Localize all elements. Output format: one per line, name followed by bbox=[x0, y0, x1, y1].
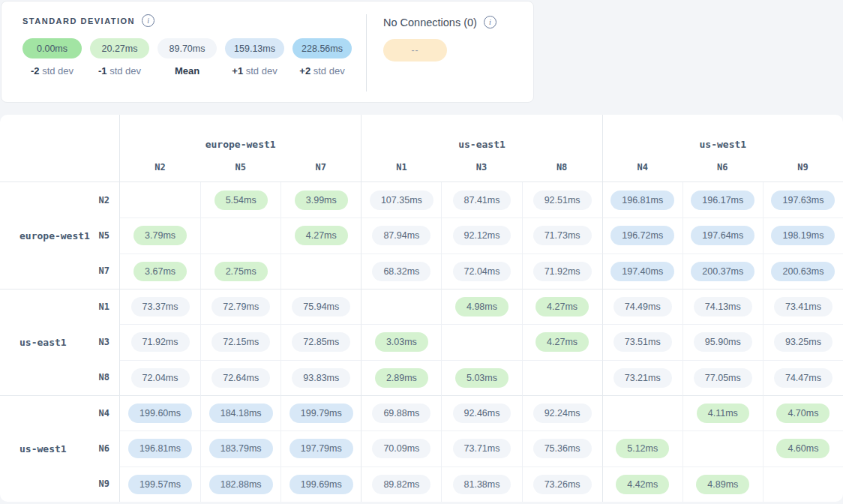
latency-pill[interactable]: 71.73ms bbox=[533, 226, 592, 245]
info-icon[interactable]: i bbox=[484, 16, 496, 28]
no-connections-pill: -- bbox=[383, 39, 447, 62]
latency-pill[interactable]: 196.17ms bbox=[691, 190, 754, 210]
latency-cell: 68.32ms bbox=[361, 254, 441, 289]
latency-pill[interactable]: 3.03ms bbox=[375, 332, 428, 352]
row-label-cell: N8 bbox=[0, 360, 120, 395]
latency-pill[interactable]: 73.71ms bbox=[453, 439, 512, 458]
latency-pill[interactable]: 73.21ms bbox=[614, 368, 672, 388]
latency-pill[interactable]: 68.32ms bbox=[372, 262, 430, 281]
no-connections-title: No Connections (0) bbox=[383, 16, 477, 28]
latency-pill[interactable]: 196.81ms bbox=[128, 439, 192, 458]
latency-pill[interactable]: 87.41ms bbox=[453, 190, 512, 210]
latency-pill[interactable]: 73.41ms bbox=[774, 297, 832, 316]
row-label-cell: N1 bbox=[0, 289, 120, 324]
latency-pill[interactable]: 71.92ms bbox=[533, 262, 592, 281]
latency-pill[interactable]: 74.47ms bbox=[774, 368, 832, 388]
latency-pill[interactable]: 196.72ms bbox=[610, 226, 674, 245]
latency-pill[interactable]: 95.90ms bbox=[694, 332, 752, 352]
latency-cell: 197.63ms bbox=[763, 182, 843, 218]
latency-pill[interactable]: 72.85ms bbox=[292, 332, 350, 352]
latency-pill[interactable]: 4.27ms bbox=[536, 297, 589, 316]
latency-pill[interactable]: 70.09ms bbox=[372, 439, 430, 458]
latency-pill[interactable]: 72.64ms bbox=[212, 368, 270, 388]
latency-cell-empty bbox=[441, 324, 521, 359]
latency-pill[interactable]: 75.94ms bbox=[292, 297, 350, 316]
latency-pill[interactable]: 197.63ms bbox=[771, 190, 835, 210]
latency-pill[interactable]: 200.37ms bbox=[691, 262, 754, 281]
latency-pill[interactable]: 4.27ms bbox=[536, 332, 589, 352]
latency-pill[interactable]: 199.57ms bbox=[128, 475, 192, 494]
latency-cell: 69.88ms bbox=[361, 395, 441, 430]
latency-pill[interactable]: 107.35ms bbox=[370, 190, 434, 210]
latency-pill[interactable]: 92.24ms bbox=[533, 404, 592, 423]
latency-pill[interactable]: 5.12ms bbox=[616, 439, 669, 458]
latency-pill[interactable]: 92.12ms bbox=[453, 226, 512, 245]
row-node-label: N6 bbox=[99, 443, 110, 454]
latency-pill[interactable]: 89.82ms bbox=[372, 475, 430, 494]
latency-pill[interactable]: 2.89ms bbox=[375, 368, 428, 388]
latency-pill[interactable]: 5.03ms bbox=[455, 368, 508, 388]
latency-pill[interactable]: 93.83ms bbox=[292, 368, 350, 388]
latency-pill[interactable]: 92.51ms bbox=[533, 190, 592, 210]
matrix-corner bbox=[0, 115, 120, 182]
latency-pill[interactable]: 4.89ms bbox=[696, 475, 749, 494]
latency-pill[interactable]: 74.13ms bbox=[694, 297, 752, 316]
latency-pill[interactable]: 71.92ms bbox=[131, 332, 190, 352]
latency-pill[interactable]: 3.79ms bbox=[134, 226, 187, 245]
legend-label: -1 std dev bbox=[90, 65, 149, 76]
latency-pill[interactable]: 74.49ms bbox=[614, 297, 672, 316]
latency-cell: 70.09ms bbox=[361, 430, 441, 466]
latency-pill[interactable]: 75.36ms bbox=[533, 439, 592, 458]
latency-pill[interactable]: 77.05ms bbox=[694, 368, 752, 388]
row-node-label: N3 bbox=[99, 337, 110, 347]
latency-cell: 74.13ms bbox=[682, 289, 763, 324]
latency-pill[interactable]: 4.27ms bbox=[295, 226, 348, 245]
latency-pill[interactable]: 2.75ms bbox=[214, 262, 268, 281]
latency-pill[interactable]: 3.99ms bbox=[295, 190, 348, 210]
latency-pill[interactable]: 5.54ms bbox=[214, 190, 268, 210]
latency-pill[interactable]: 73.37ms bbox=[131, 297, 190, 316]
latency-pill[interactable]: 4.70ms bbox=[776, 404, 830, 423]
latency-pill[interactable]: 72.79ms bbox=[212, 297, 270, 316]
latency-pill[interactable]: 4.42ms bbox=[616, 475, 669, 494]
legend-label: Mean bbox=[158, 65, 217, 76]
info-icon[interactable]: i bbox=[142, 14, 154, 27]
latency-cell: 72.04ms bbox=[120, 360, 200, 395]
latency-cell: 74.47ms bbox=[763, 360, 843, 395]
latency-pill[interactable]: 81.38ms bbox=[453, 475, 512, 494]
latency-cell: 73.71ms bbox=[441, 430, 521, 466]
latency-pill[interactable]: 87.94ms bbox=[372, 226, 430, 245]
latency-pill[interactable]: 4.60ms bbox=[776, 439, 830, 458]
latency-pill[interactable]: 199.60ms bbox=[128, 404, 192, 423]
latency-pill[interactable]: 198.19ms bbox=[771, 226, 835, 245]
latency-pill[interactable]: 183.79ms bbox=[209, 439, 273, 458]
latency-cell: 199.69ms bbox=[280, 466, 361, 502]
latency-cell: 73.21ms bbox=[602, 360, 682, 395]
latency-pill[interactable]: 3.67ms bbox=[134, 262, 187, 281]
latency-pill[interactable]: 73.26ms bbox=[533, 475, 592, 494]
latency-pill[interactable]: 199.69ms bbox=[290, 475, 353, 494]
legend-label: +2 std dev bbox=[292, 65, 352, 76]
latency-pill[interactable]: 196.81ms bbox=[610, 190, 674, 210]
column-node-label: N7 bbox=[280, 152, 361, 182]
latency-pill[interactable]: 184.18ms bbox=[209, 404, 273, 423]
latency-pill[interactable]: 73.51ms bbox=[614, 332, 672, 352]
latency-pill[interactable]: 69.88ms bbox=[372, 404, 430, 423]
latency-pill[interactable]: 4.98ms bbox=[455, 297, 508, 316]
latency-pill[interactable]: 199.79ms bbox=[290, 404, 353, 423]
latency-pill[interactable]: 197.40ms bbox=[610, 262, 674, 281]
latency-pill[interactable]: 93.25ms bbox=[774, 332, 832, 352]
latency-pill[interactable]: 182.88ms bbox=[209, 475, 273, 494]
latency-pill[interactable]: 197.64ms bbox=[691, 226, 754, 245]
latency-cell: 5.12ms bbox=[602, 430, 682, 466]
latency-pill[interactable]: 4.11ms bbox=[697, 404, 749, 423]
latency-pill[interactable]: 92.46ms bbox=[453, 404, 512, 423]
std-dev-title: STANDARD DEVIATION bbox=[22, 16, 135, 26]
latency-pill[interactable]: 72.04ms bbox=[453, 262, 512, 281]
latency-pill[interactable]: 72.15ms bbox=[212, 332, 270, 352]
latency-pill[interactable]: 197.79ms bbox=[290, 439, 353, 458]
latency-cell: 200.37ms bbox=[682, 254, 763, 289]
latency-pill[interactable]: 72.04ms bbox=[131, 368, 190, 388]
latency-cell: 95.90ms bbox=[682, 324, 763, 359]
latency-pill[interactable]: 200.63ms bbox=[771, 262, 835, 281]
